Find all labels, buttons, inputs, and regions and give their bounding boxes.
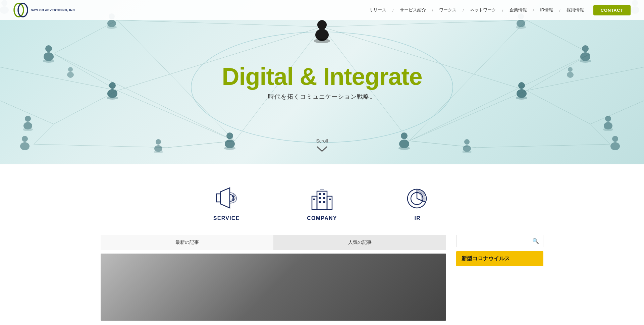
site-header: SAYLOR ADVERTISING, INC リリース / サービス紹介 / … [0,0,644,20]
scroll-chevron-icon [315,145,329,153]
svg-rect-91 [319,201,321,203]
hero-subtitle: 時代を拓くコミュニケーション戦略。 [222,93,422,101]
svg-line-6 [117,91,235,141]
svg-point-80 [68,67,73,72]
svg-line-7 [409,91,527,141]
content-section: 最新の記事 人気の記事 🔍 新型コロナウイルス [0,235,644,325]
building-icon [309,184,335,211]
svg-point-70 [156,139,161,145]
tab-popular[interactable]: 人気の記事 [273,235,446,250]
nav-service[interactable]: サービス紹介 [394,7,432,13]
svg-point-51 [25,116,31,122]
services-section: SERVICE COMPANY [0,164,644,235]
nav-network[interactable]: ネットワーク [464,7,502,13]
main-nav: リリース / サービス紹介 / ワークス / ネットワーク / 企業情報 / I… [363,5,631,15]
svg-line-26 [476,144,610,148]
svg-point-44 [224,147,235,150]
svg-point-48 [45,45,52,52]
search-icon[interactable]: 🔍 [532,238,539,244]
nav-works[interactable]: ワークス [433,7,463,13]
service-item-company[interactable]: COMPANY [307,184,337,221]
svg-line-31 [409,20,527,141]
svg-line-8 [54,54,117,91]
hero-content: Digital & Integrate 時代を拓くコミュニケーション戦略。 [222,63,422,101]
svg-line-30 [409,54,590,141]
svg-point-50 [43,59,54,63]
logo-text: SAYLOR ADVERTISING, INC [31,8,75,12]
svg-line-10 [527,54,590,91]
contact-button[interactable]: CONTACT [593,5,631,15]
svg-line-29 [117,20,235,141]
megaphone-icon [213,184,240,211]
nav-release[interactable]: リリース [363,7,392,13]
search-input[interactable] [461,238,530,244]
svg-point-83 [567,72,574,78]
svg-point-75 [462,151,472,153]
svg-rect-88 [323,193,325,195]
nav-ir-info[interactable]: IR情報 [534,7,559,13]
hero-title: Digital & Integrate [222,63,422,90]
svg-point-35 [314,39,330,43]
covid-banner[interactable]: 新型コロナウイルス [456,251,543,266]
svg-line-15 [34,124,54,144]
svg-point-38 [107,96,118,100]
svg-line-19 [322,20,527,27]
svg-point-82 [568,67,573,72]
svg-line-20 [0,67,117,91]
svg-rect-85 [312,196,317,210]
articles-area: 最新の記事 人気の記事 [101,235,446,321]
scroll-label: Scroll [315,138,329,144]
chart-pie-icon [404,184,431,211]
service-label-service: SERVICE [213,215,240,221]
svg-point-56 [580,59,591,63]
svg-point-76 [22,136,28,142]
svg-point-81 [67,72,74,78]
svg-point-59 [603,128,613,131]
svg-line-18 [117,20,322,27]
service-label-ir: IR [415,215,421,221]
svg-point-33 [317,20,327,30]
svg-line-28 [54,54,235,141]
service-item-ir[interactable]: IR [404,184,431,221]
svg-line-24 [34,144,168,148]
svg-rect-87 [319,193,321,195]
svg-point-65 [516,25,526,29]
svg-point-73 [464,139,470,145]
svg-line-25 [168,141,235,148]
svg-rect-86 [327,196,332,210]
svg-rect-90 [323,197,325,199]
logo-icon [13,0,28,20]
svg-point-62 [107,25,117,29]
svg-point-78 [612,136,618,142]
service-label-company: COMPANY [307,215,337,221]
svg-line-11 [527,91,590,124]
svg-point-39 [518,82,525,89]
search-box: 🔍 [456,235,543,247]
svg-rect-94 [329,199,331,200]
svg-line-22 [527,67,644,91]
svg-point-72 [154,151,163,153]
sidebar: 🔍 新型コロナウイルス [456,235,543,266]
svg-point-36 [109,82,116,89]
article-image-placeholder [101,254,446,321]
hero-section: Digital & Integrate 時代を拓くコミュニケーション戦略。 Sc… [0,0,644,164]
scroll-indicator[interactable]: Scroll [315,138,329,154]
svg-rect-84 [317,191,327,210]
svg-point-45 [401,132,408,139]
svg-line-9 [54,91,117,124]
svg-point-41 [516,96,527,100]
nav-recruit[interactable]: 採用情報 [560,7,590,13]
svg-point-47 [398,147,410,150]
svg-rect-89 [319,197,321,199]
svg-point-57 [605,116,611,122]
svg-point-54 [582,45,589,52]
tab-latest[interactable]: 最新の記事 [101,235,273,250]
svg-point-77 [20,142,30,150]
service-item-service[interactable]: SERVICE [213,184,240,221]
svg-rect-93 [313,199,315,200]
logo[interactable]: SAYLOR ADVERTISING, INC [13,0,75,20]
svg-rect-92 [323,201,325,203]
svg-point-53 [23,128,33,131]
svg-point-79 [610,142,620,150]
nav-company-info[interactable]: 企業情報 [503,7,533,13]
